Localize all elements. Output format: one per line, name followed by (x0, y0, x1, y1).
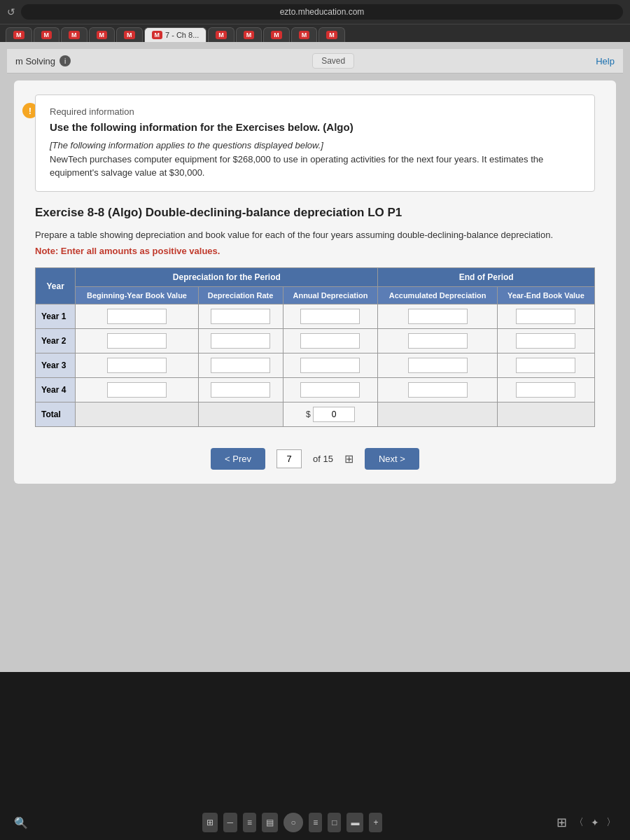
taskbar-back-icon[interactable]: 〈 (574, 816, 584, 829)
year1-beginning-book-value[interactable] (76, 304, 198, 329)
year1-ad-input[interactable] (300, 309, 360, 324)
year4-accumulated-depreciation[interactable] (378, 378, 498, 402)
year1-dr-input[interactable] (211, 309, 270, 324)
taskbar-btn-8[interactable]: ▬ (346, 813, 363, 832)
taskbar-btn-2[interactable]: ─ (223, 813, 238, 832)
year2-label: Year 2 (36, 329, 76, 354)
total-accumulated-depreciation (378, 402, 498, 427)
tab-2[interactable]: M (34, 27, 60, 42)
depreciation-period-header: Depreciation for the Period (76, 268, 378, 287)
exercise-instructions: Prepare a table showing depreciation and… (35, 228, 595, 242)
year4-dr-input[interactable] (211, 382, 270, 398)
year4-bbv-input[interactable] (107, 382, 167, 398)
required-info-section: ! Required information Use the following… (35, 94, 595, 192)
tab-11[interactable]: M (318, 27, 345, 42)
year2-yebv-input[interactable] (516, 333, 575, 349)
year2-accumulated-depreciation[interactable] (378, 329, 498, 354)
year3-beginning-book-value[interactable] (76, 354, 198, 378)
table-row-year4: Year 4 (36, 378, 595, 402)
col-year-header: Year (36, 268, 76, 304)
depreciation-table: Year Depreciation for the Period End of … (35, 267, 595, 427)
year1-bbv-input[interactable] (107, 309, 167, 324)
taskbar-btn-1[interactable]: ⊞ (202, 813, 218, 832)
year1-year-end-book-value[interactable] (497, 304, 594, 329)
taskbar-btn-4[interactable]: ▤ (262, 813, 278, 832)
tab-9[interactable]: M (263, 27, 290, 42)
year3-annual-depreciation[interactable] (283, 354, 378, 378)
prev-button[interactable]: < Prev (211, 448, 265, 470)
total-ad-input[interactable] (313, 407, 355, 422)
required-info-heading: Use the following information for the Ex… (50, 121, 580, 133)
tab-3[interactable]: M (61, 27, 88, 42)
year3-yebv-input[interactable] (516, 358, 575, 373)
year2-bbv-input[interactable] (107, 333, 167, 349)
year3-year-end-book-value[interactable] (497, 354, 594, 378)
tab-active[interactable]: M 7 - Ch 8... (144, 27, 207, 42)
year2-ad-input[interactable] (300, 333, 360, 349)
year3-ad-input[interactable] (300, 358, 360, 373)
year1-yebv-input[interactable] (516, 309, 575, 324)
year1-acd-input[interactable] (408, 309, 468, 324)
tab-7[interactable]: M (208, 27, 234, 42)
taskbar-btn-5[interactable]: ○ (284, 813, 303, 832)
year2-annual-depreciation[interactable] (283, 329, 378, 354)
page-container: ! Required information Use the following… (14, 80, 616, 484)
refresh-icon[interactable]: ↺ (7, 6, 15, 18)
navigation-bar: < Prev of 15 ⊞ Next > (35, 448, 595, 470)
year3-accumulated-depreciation[interactable] (378, 354, 498, 378)
tab-10[interactable]: M (291, 27, 318, 42)
next-button[interactable]: Next > (365, 448, 419, 470)
taskbar-add-icon[interactable]: ⊞ (556, 815, 567, 830)
year2-depreciation-rate[interactable] (198, 329, 283, 354)
url-bar[interactable]: ezto.mheducation.com (21, 4, 623, 20)
browser-chrome: ↺ ezto.mheducation.com (0, 0, 630, 24)
required-info-body: [The following information applies to th… (50, 139, 580, 180)
year4-beginning-book-value[interactable] (76, 378, 198, 402)
year1-depreciation-rate[interactable] (198, 304, 283, 329)
tab-4[interactable]: M (89, 27, 115, 42)
year1-accumulated-depreciation[interactable] (378, 304, 498, 329)
taskbar-forward-icon[interactable]: 〉 (606, 816, 616, 829)
info-icon[interactable]: i (59, 55, 71, 66)
taskbar-btn-3[interactable]: ≡ (243, 813, 256, 832)
year4-year-end-book-value[interactable] (497, 378, 594, 402)
col-accumulated-depreciation: Accumulated Depreciation (378, 287, 498, 304)
breadcrumb-label: m Solving (15, 56, 55, 66)
help-link[interactable]: Help (596, 56, 615, 66)
total-label: Total (36, 402, 76, 427)
grid-icon[interactable]: ⊞ (344, 452, 354, 465)
year3-dr-input[interactable] (211, 358, 270, 373)
taskbar-settings-icon[interactable]: ✦ (591, 817, 599, 828)
col-annual-depreciation: Annual Depreciation (283, 287, 378, 304)
main-content: m Solving i Saved Help ! Required inform… (0, 42, 630, 672)
tab-5[interactable]: M (116, 27, 143, 42)
tab-8[interactable]: M (236, 27, 262, 42)
taskbar-btn-6[interactable]: ≡ (309, 813, 322, 832)
year1-annual-depreciation[interactable] (283, 304, 378, 329)
tab-active-label: 7 - Ch 8... (165, 31, 199, 39)
taskbar-btn-7[interactable]: □ (328, 813, 341, 832)
year2-beginning-book-value[interactable] (76, 329, 198, 354)
year4-acd-input[interactable] (408, 382, 468, 398)
year3-bbv-input[interactable] (107, 358, 167, 373)
saved-badge: Saved (312, 53, 354, 69)
year4-ad-input[interactable] (300, 382, 360, 398)
total-annual-depreciation[interactable]: $ (283, 402, 378, 427)
year2-acd-input[interactable] (408, 333, 468, 349)
page-number-input[interactable] (276, 449, 302, 468)
year4-depreciation-rate[interactable] (198, 378, 283, 402)
year3-acd-input[interactable] (408, 358, 468, 373)
year3-depreciation-rate[interactable] (198, 354, 283, 378)
year2-dr-input[interactable] (211, 333, 270, 349)
required-info-italic: [The following information applies to th… (50, 140, 323, 150)
year2-year-end-book-value[interactable] (497, 329, 594, 354)
app-header: m Solving i Saved Help (7, 49, 623, 74)
total-pages-text: of 15 (313, 454, 333, 464)
year4-yebv-input[interactable] (516, 382, 575, 398)
search-icon[interactable]: 🔍 (14, 816, 28, 830)
taskbar-btn-9[interactable]: + (369, 813, 382, 832)
table-row-year1: Year 1 (36, 304, 595, 329)
total-beginning-book-value (76, 402, 198, 427)
tab-1[interactable]: M (6, 27, 32, 42)
year4-annual-depreciation[interactable] (283, 378, 378, 402)
